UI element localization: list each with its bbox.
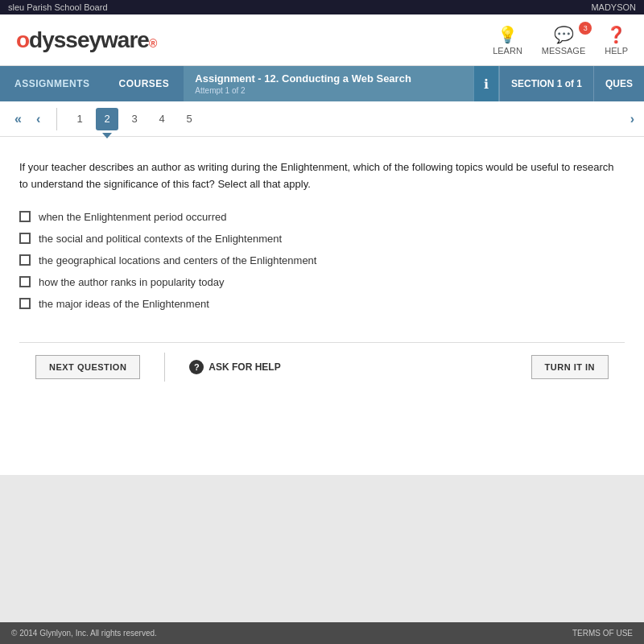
question-text: If your teacher describes an author as w… (19, 159, 625, 193)
turn-it-in-button[interactable]: TURN IT IN (531, 355, 609, 379)
footer: © 2014 Glynlyon, Inc. All rights reserve… (0, 622, 644, 644)
answer-option-5[interactable]: the major ideas of the Enlightenment (19, 298, 625, 310)
quest-label: QUES (594, 66, 644, 101)
checkbox-1[interactable] (19, 211, 31, 222)
option-label-3: the geographical locations and centers o… (39, 254, 316, 266)
question-num-4[interactable]: 4 (151, 108, 173, 130)
nav-tabs: ASSIGNMENTS COURSES Assignment - 12. Con… (0, 66, 644, 101)
top-bar: sleu Parish School Board MADYSON (0, 0, 644, 14)
section-info: SECTION 1 of 1 (499, 66, 594, 101)
nav-first-button[interactable]: « (10, 109, 27, 130)
logo: odysseyware® (16, 27, 156, 53)
nav-help[interactable]: ❓ HELP (605, 25, 628, 56)
tab-courses[interactable]: COURSES (105, 66, 184, 101)
assignment-info: Assignment - 12. Conducting a Web Search… (184, 66, 473, 101)
question-nav: « ‹ 1 2 3 4 5 › (0, 101, 644, 137)
nav-learn[interactable]: 💡 LEARN (493, 25, 522, 56)
help-label: HELP (605, 46, 628, 56)
checkbox-4[interactable] (19, 276, 31, 287)
option-label-1: when the Enlightenment period occurred (39, 211, 226, 223)
learn-label: LEARN (493, 46, 522, 56)
option-label-4: how the author ranks in popularity today (39, 276, 225, 288)
answer-option-4[interactable]: how the author ranks in popularity today (19, 276, 625, 288)
q-separator (56, 108, 57, 130)
bottom-bar: NEXT QUESTION ? ASK FOR HELP TURN IT IN (19, 342, 625, 391)
ask-help-icon: ? (189, 360, 204, 374)
ask-help-label: ASK FOR HELP (208, 361, 280, 373)
help-icon: ❓ (606, 25, 626, 44)
terms-of-use-link[interactable]: TERMS OF USE (572, 629, 633, 638)
next-question-button[interactable]: NEXT QUESTION (35, 355, 140, 379)
option-label-2: the social and political contexts of the… (39, 233, 282, 245)
ask-for-help-button[interactable]: ? ASK FOR HELP (189, 360, 280, 374)
tab-assignments[interactable]: ASSIGNMENTS (0, 66, 105, 101)
nav-next-button[interactable]: › (630, 112, 634, 126)
btn-divider (164, 353, 165, 382)
message-label: MESSAGE (542, 46, 585, 56)
nav-message[interactable]: 💬 3 MESSAGE (542, 25, 585, 56)
info-button[interactable]: ℹ (473, 66, 499, 101)
question-num-3[interactable]: 3 (123, 108, 146, 130)
message-badge: 3 (579, 22, 592, 35)
logo-text: dysseyware (29, 27, 149, 52)
message-icon: 💬 (554, 25, 574, 44)
school-board-label: sleu Parish School Board (8, 2, 108, 12)
checkbox-3[interactable] (19, 254, 31, 266)
header-nav: 💡 LEARN 💬 3 MESSAGE ❓ HELP (493, 25, 628, 56)
answer-option-3[interactable]: the geographical locations and centers o… (19, 254, 625, 266)
main-content: If your teacher describes an author as w… (0, 137, 644, 475)
username-label: MADYSON (591, 2, 636, 12)
answer-option-2[interactable]: the social and political contexts of the… (19, 233, 625, 245)
checkbox-5[interactable] (19, 298, 31, 309)
checkbox-2[interactable] (19, 233, 31, 244)
header: odysseyware® 💡 LEARN 💬 3 MESSAGE ❓ HELP (0, 14, 644, 66)
learn-icon: 💡 (497, 25, 518, 44)
question-num-2[interactable]: 2 (96, 108, 118, 130)
option-label-5: the major ideas of the Enlightenment (39, 298, 209, 310)
assignment-title: Assignment - 12. Conducting a Web Search (195, 72, 411, 85)
nav-prev-button[interactable]: ‹ (31, 109, 45, 130)
assignment-attempt: Attempt 1 of 2 (195, 86, 411, 95)
question-num-5[interactable]: 5 (178, 108, 200, 130)
answer-option-1[interactable]: when the Enlightenment period occurred (19, 211, 625, 223)
copyright-label: © 2014 Glynlyon, Inc. All rights reserve… (11, 629, 157, 638)
question-num-1[interactable]: 1 (68, 108, 91, 130)
